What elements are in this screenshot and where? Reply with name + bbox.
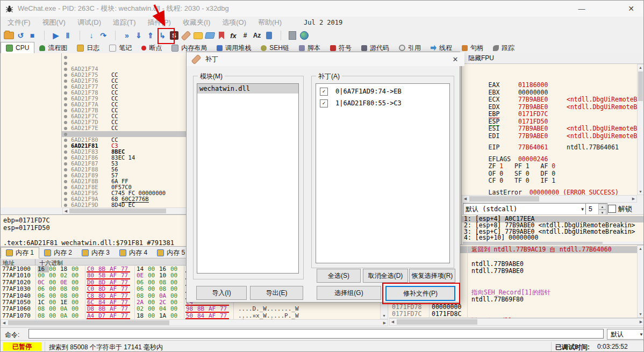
breakpoint-dot-icon[interactable]	[64, 168, 67, 171]
scroll-left-icon[interactable]: ◀	[462, 196, 468, 202]
module-list[interactable]: wechatwin.dll	[197, 83, 299, 274]
function-icon[interactable]: fx	[227, 29, 239, 42]
breakpoint-dot-icon[interactable]	[64, 174, 67, 177]
args-count-stepper[interactable]: 5 ▲▼	[585, 203, 607, 215]
memory-row[interactable]: 77AF106008000A00D88BAF7702000400988BAF77…	[1, 306, 380, 312]
tab-dump-2[interactable]: 内存 2	[39, 248, 77, 258]
breakpoint-dot-icon[interactable]	[64, 180, 67, 183]
breakpoint-dot-icon[interactable]	[64, 204, 67, 207]
menu-favourites[interactable]: 收藏夹(I)	[177, 16, 216, 29]
az-icon[interactable]: Az	[251, 29, 263, 42]
calculator-icon[interactable]	[287, 29, 298, 42]
tab-dump-4[interactable]: 内存 4	[115, 248, 152, 258]
registers-horizontal-scrollbar[interactable]: ◀ ▶	[462, 195, 637, 203]
breakpoint-dot-icon[interactable]	[64, 150, 67, 154]
restart-icon[interactable]: ↺	[15, 29, 26, 42]
breakpoint-dot-icon[interactable]	[64, 68, 67, 71]
breakpoint-dot-icon[interactable]	[64, 62, 67, 65]
comment-icon[interactable]	[192, 29, 204, 42]
run-icon[interactable]: ▶	[50, 29, 62, 42]
hide-fpu-button[interactable]: 隐藏FPU	[462, 53, 644, 64]
patch-list-item[interactable]: ✓ 1|6AD21F80:55->C3	[316, 97, 449, 109]
scroll-thumb[interactable]	[69, 209, 166, 213]
separator[interactable]	[275, 29, 287, 42]
label-icon[interactable]	[204, 29, 216, 42]
unlock-checkbox[interactable]	[608, 205, 616, 213]
menu-trace[interactable]: 追踪(T)	[107, 16, 142, 29]
scroll-thumb[interactable]	[638, 71, 643, 101]
select-group-button[interactable]: 选择组(G)	[317, 286, 381, 300]
command-profile-select[interactable]: 默认 ▼	[607, 329, 644, 340]
breakpoint-dot-icon[interactable]	[64, 56, 67, 59]
dump-horizontal-scrollbar[interactable]: ◀ ▶	[1, 319, 388, 326]
scroll-thumb[interactable]	[463, 242, 603, 244]
patch-checkbox[interactable]: ✓	[320, 99, 328, 107]
scroll-right-icon[interactable]: ▶	[631, 196, 636, 202]
breakpoint-dot-icon[interactable]	[64, 139, 67, 142]
scroll-left-icon[interactable]: ◀	[63, 208, 69, 214]
breakpoint-dot-icon[interactable]	[64, 74, 67, 77]
registers-view[interactable]: EAX 01186000 EBX 00000000 ECX 77B9ABE0 <…	[462, 64, 637, 195]
tab-handles[interactable]: 句柄	[457, 42, 488, 53]
stack-row[interactable]: 0171FD78 00000000	[389, 304, 644, 311]
register-line[interactable]: EAX 01186000	[466, 67, 637, 75]
minimize-button[interactable]: —	[569, 1, 594, 17]
menu-debug[interactable]: 调试(D)	[71, 16, 107, 29]
scroll-left-icon[interactable]: ◀	[390, 319, 396, 325]
breakpoint-dot-icon[interactable]	[64, 97, 67, 100]
scroll-thumb[interactable]	[8, 320, 169, 325]
breakpoint-dot-icon[interactable]	[64, 133, 67, 136]
dialog-close-icon[interactable]: ✕	[450, 54, 460, 64]
hash-icon[interactable]: #	[239, 29, 251, 42]
breakpoint-dot-icon[interactable]	[64, 192, 67, 195]
breakpoint-dot-icon[interactable]	[64, 186, 67, 189]
scroll-up-icon[interactable]: ▲	[638, 246, 643, 252]
menu-plugins[interactable]: 插件(P)	[142, 16, 177, 29]
scroll-right-icon[interactable]: ▶	[638, 319, 644, 325]
step-into-icon[interactable]: ↓	[85, 29, 97, 42]
scroll-up-icon[interactable]: ▲	[638, 64, 643, 70]
run-to-cursor-icon[interactable]: »	[121, 29, 133, 42]
spin-up-icon[interactable]: ▲	[598, 204, 606, 210]
stack-horizontal-scrollbar[interactable]: ◀ ▶	[389, 318, 644, 326]
select-all-button[interactable]: 全选(S)	[317, 269, 361, 283]
command-input[interactable]	[28, 329, 604, 339]
scroll-down-icon[interactable]: ▼	[381, 313, 387, 319]
module-list-item[interactable]: wechatwin.dll	[197, 84, 298, 94]
restore-selection-button[interactable]: 恢复选择项(R)	[409, 269, 455, 283]
breakpoint-dot-icon[interactable]	[64, 198, 67, 201]
patch-list[interactable]: ✓ 0|6A7F1AD9:74->EB ✓ 1|6AD21F80:55->C3	[316, 83, 450, 263]
breakpoint-dot-icon[interactable]	[64, 156, 67, 160]
breakpoint-dot-icon[interactable]	[64, 91, 67, 95]
breakpoint-dot-icon[interactable]	[64, 103, 67, 106]
breakpoint-dot-icon[interactable]	[64, 80, 67, 83]
stack-vertical-scrollbar[interactable]: ▲ ▼	[637, 245, 644, 318]
patch-checkbox[interactable]: ✓	[320, 88, 328, 96]
pause-icon[interactable]: Ⅱ	[62, 29, 74, 42]
breakpoint-dot-icon[interactable]	[64, 85, 67, 89]
tab-dump-3[interactable]: 内存 3	[77, 248, 115, 258]
execute-till-return-icon[interactable]: ⇑	[145, 29, 156, 42]
scroll-down-icon[interactable]: ▼	[638, 311, 643, 317]
import-button[interactable]: 导入(I)	[196, 286, 247, 300]
separator[interactable]	[74, 29, 85, 42]
scroll-left-icon[interactable]: ◀	[1, 320, 7, 326]
phone-icon[interactable]	[263, 29, 275, 42]
step-over-icon[interactable]: ↷	[97, 29, 109, 42]
bookmark-icon[interactable]	[216, 29, 227, 42]
tab-notes[interactable]: 笔记	[104, 42, 137, 53]
patch-list-item[interactable]: ✓ 0|6A7F1AD9:74->EB	[316, 85, 449, 97]
separator[interactable]	[38, 29, 50, 42]
dialog-title-bar[interactable]: 补丁 ✕	[187, 52, 464, 66]
tab-graph[interactable]: 流程图	[34, 42, 72, 53]
scroll-thumb[interactable]	[397, 319, 477, 325]
breakpoint-dot-icon[interactable]	[64, 162, 67, 166]
argument-row[interactable]: 4: [esp+10] 00000000	[462, 235, 644, 241]
tab-breakpoints[interactable]: 断点	[137, 42, 167, 53]
arguments-scrollbar[interactable]	[462, 241, 637, 245]
separator[interactable]	[109, 29, 121, 42]
patch-icon[interactable]	[180, 29, 192, 42]
breakpoint-dot-icon[interactable]	[64, 145, 67, 148]
deselect-all-button[interactable]: 取消全选(D)	[363, 269, 408, 283]
registers-vertical-scrollbar[interactable]: ▲ ▼	[637, 64, 644, 195]
